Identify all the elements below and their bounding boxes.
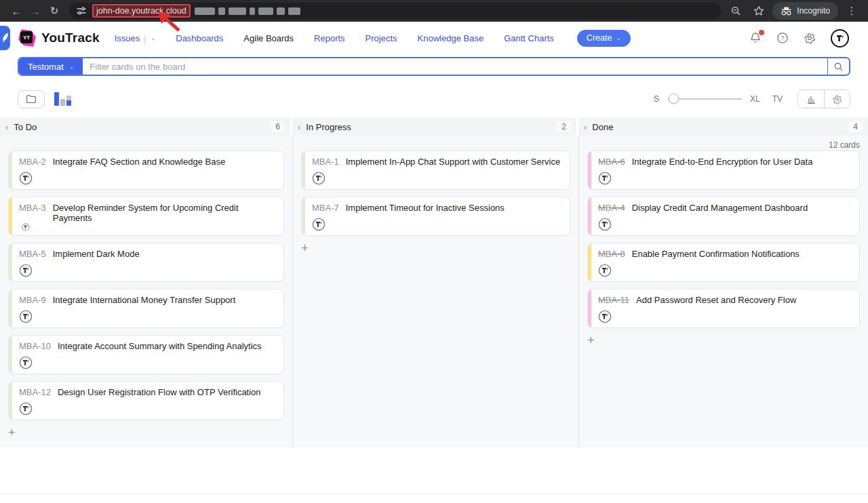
browser-menu-icon[interactable]: ⋮ <box>842 1 861 20</box>
youtrack-logo[interactable]: YT YouTrack <box>18 29 100 47</box>
card-id[interactable]: MBA-4 <box>598 203 625 213</box>
card-id[interactable]: MBA-7 <box>312 203 339 213</box>
create-button[interactable]: Create⌄ <box>577 30 631 47</box>
helpdesk-widget-tab[interactable] <box>0 26 10 50</box>
card-title[interactable]: Display Credit Card Management Dashboard <box>632 203 808 213</box>
card-title[interactable]: Integrate International Money Transfer S… <box>53 295 236 305</box>
backlog-folder-button[interactable] <box>18 90 45 108</box>
card-id[interactable]: MBA-5 <box>19 249 46 259</box>
cards-count-label <box>8 136 284 150</box>
card-title[interactable]: Design User Registration Flow with OTP V… <box>58 387 261 397</box>
cards-count-label <box>301 136 570 150</box>
assignee-avatar-icon[interactable] <box>598 264 612 277</box>
tv-mode-button[interactable]: TV <box>772 94 783 104</box>
board-card[interactable]: MBA-7 Implement Timeout for Inactive Ses… <box>301 197 570 236</box>
column-header-in-progress[interactable]: ‹In Progress2 <box>292 118 576 136</box>
card-title[interactable]: Implement Dark Mode <box>53 249 140 259</box>
collapse-chevron-icon[interactable]: ‹ <box>5 122 8 132</box>
assignee-avatar-icon[interactable] <box>19 310 33 323</box>
nav-knowledge-base[interactable]: Knowledge Base <box>418 33 484 43</box>
assignee-avatar-icon[interactable] <box>19 356 33 369</box>
slider-knob[interactable] <box>669 94 679 104</box>
burndown-chart-button[interactable] <box>798 90 824 108</box>
column-title: Done <box>592 122 613 132</box>
filter-search-button[interactable] <box>827 58 849 75</box>
board-card[interactable]: MBA-2 Integrate FAQ Section and Knowledg… <box>8 150 284 190</box>
board-card[interactable]: MBA-8 Enable Payment Confirmation Notifi… <box>587 243 860 282</box>
card-id[interactable]: MBA-8 <box>598 249 625 259</box>
card-id[interactable]: MBA-6 <box>598 157 625 167</box>
add-card-button[interactable]: + <box>301 243 313 254</box>
assignee-avatar-icon[interactable] <box>312 172 326 185</box>
collapse-chevron-icon[interactable]: ‹ <box>584 122 587 132</box>
column-header-to-do[interactable]: ‹To Do6 <box>0 118 290 136</box>
board-column-done: 12 cards MBA-6 Integrate End-to-End Encr… <box>578 136 868 447</box>
assignee-avatar-icon[interactable] <box>19 172 33 185</box>
nav-reports[interactable]: Reports <box>314 33 345 43</box>
add-card-button[interactable]: + <box>587 335 599 346</box>
board-card[interactable]: MBA-12 Design User Registration Flow wit… <box>8 381 284 420</box>
card-title[interactable]: Develop Reminder System for Upcoming Cre… <box>53 203 277 223</box>
card-title[interactable]: Integrate End-to-End Encryption for User… <box>632 157 813 167</box>
help-icon[interactable]: ? <box>776 32 789 44</box>
issues-dropdown-chevron-icon[interactable]: ⌄ <box>151 35 156 41</box>
board-card[interactable]: MBA-6 Integrate End-to-End Encryption fo… <box>587 150 860 190</box>
bookmark-star-icon[interactable] <box>749 1 768 20</box>
assignee-avatar-icon[interactable] <box>19 402 33 416</box>
assignee-avatar-icon[interactable] <box>598 218 612 231</box>
card-id[interactable]: MBA-1 <box>312 157 339 167</box>
card-title[interactable]: Integrate FAQ Section and Knowledge Base <box>53 157 225 167</box>
card-title[interactable]: Implement In-App Chat Support with Custo… <box>346 157 560 167</box>
assignee-avatar-icon[interactable] <box>19 223 33 231</box>
notifications-bell-icon[interactable] <box>749 32 762 44</box>
browser-reload-icon[interactable]: ↻ <box>45 1 64 20</box>
card-id[interactable]: MBA-10 <box>19 341 51 351</box>
zoom-page-icon[interactable] <box>726 1 745 20</box>
notification-dot <box>759 30 764 35</box>
card-size-slider[interactable] <box>667 92 742 106</box>
board-selector-button[interactable]: Testomat ⌄ <box>19 58 83 75</box>
assignee-avatar-icon[interactable] <box>19 264 33 277</box>
settings-gear-icon[interactable] <box>804 32 816 44</box>
card-title[interactable]: Implement Timeout for Inactive Sessions <box>346 203 505 213</box>
card-title[interactable]: Integrate Account Summary with Spending … <box>58 341 262 351</box>
url-text[interactable]: john-doe.youtrack.cloud <box>92 4 191 18</box>
board-settings-button[interactable] <box>824 90 850 108</box>
card-size-min-label: S <box>654 94 659 104</box>
nav-projects[interactable]: Projects <box>366 33 397 43</box>
column-title: In Progress <box>306 122 351 132</box>
assignee-avatar-icon[interactable] <box>598 172 612 185</box>
add-card-button[interactable]: + <box>8 427 20 438</box>
nav-gantt-charts[interactable]: Gantt Charts <box>504 33 554 43</box>
board-card[interactable]: MBA-5 Implement Dark Mode <box>8 243 284 282</box>
filter-cards-input[interactable] <box>83 58 827 75</box>
card-id[interactable]: MBA-3 <box>19 203 46 213</box>
card-id[interactable]: MBA-2 <box>19 157 46 167</box>
nav-agile-boards[interactable]: Agile Boards <box>243 33 294 43</box>
card-title[interactable]: Enable Payment Confirmation Notification… <box>632 249 800 259</box>
board-card[interactable]: MBA-10 Integrate Account Summary with Sp… <box>8 335 284 374</box>
card-id[interactable]: MBA-9 <box>19 295 46 305</box>
card-id[interactable]: MBA-12 <box>19 387 51 397</box>
browser-back-icon[interactable]: ← <box>7 1 26 20</box>
user-avatar[interactable] <box>831 29 849 47</box>
assignee-avatar-icon[interactable] <box>312 218 326 231</box>
board-card[interactable]: MBA-3 Develop Reminder System for Upcomi… <box>8 197 284 236</box>
collapse-chevron-icon[interactable]: ‹ <box>298 122 300 132</box>
card-title[interactable]: Add Password Reset and Recovery Flow <box>636 295 796 305</box>
site-settings-icon[interactable] <box>76 5 87 16</box>
board-chart-toggle-icon[interactable] <box>54 92 71 106</box>
address-bar[interactable]: john-doe.youtrack.cloud <box>69 3 721 19</box>
svg-text:?: ? <box>781 34 784 41</box>
browser-forward-icon[interactable]: → <box>26 1 45 20</box>
card-id[interactable]: MBA-11 <box>598 295 629 305</box>
assignee-avatar-icon[interactable] <box>598 310 612 323</box>
nav-dashboards[interactable]: Dashboards <box>176 33 223 43</box>
board-card[interactable]: MBA-4 Display Credit Card Management Das… <box>587 197 860 236</box>
board-card[interactable]: MBA-11 Add Password Reset and Recovery F… <box>587 289 860 328</box>
nav-issues[interactable]: Issues <box>115 33 140 43</box>
board-card[interactable]: MBA-1 Implement In-App Chat Support with… <box>301 150 570 190</box>
board-card[interactable]: MBA-9 Integrate International Money Tran… <box>8 289 284 328</box>
board-column-to-do: MBA-2 Integrate FAQ Section and Knowledg… <box>0 136 292 447</box>
column-header-done[interactable]: ‹Done4 <box>578 118 868 136</box>
